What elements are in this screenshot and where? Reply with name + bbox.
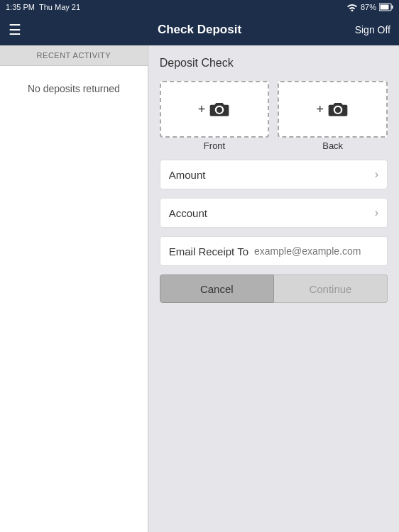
status-bar: 1:35 PM Thu May 21 87% bbox=[0, 0, 399, 14]
left-panel: RECENT ACTIVITY No deposits returned bbox=[0, 45, 148, 532]
email-row: Email Receipt To bbox=[160, 236, 388, 266]
cancel-button[interactable]: Cancel bbox=[160, 275, 274, 303]
deposit-check-title: Deposit Check bbox=[160, 57, 388, 70]
main-layout: RECENT ACTIVITY No deposits returned Dep… bbox=[0, 45, 399, 532]
no-deposits-message: No deposits returned bbox=[0, 66, 148, 532]
amount-row[interactable]: Amount › bbox=[160, 160, 388, 189]
front-plus: + bbox=[198, 102, 206, 117]
hamburger-icon[interactable]: ☰ bbox=[9, 21, 21, 38]
status-bar-left: 1:35 PM Thu May 21 bbox=[6, 3, 80, 11]
back-camera-icon bbox=[327, 99, 349, 119]
front-photo-box: + Front bbox=[160, 81, 270, 151]
battery-icon bbox=[379, 3, 393, 11]
action-button-row: Cancel Continue bbox=[160, 275, 388, 303]
photo-row: + Front + Back bbox=[160, 81, 388, 151]
sign-off-button[interactable]: Sign Off bbox=[355, 24, 390, 35]
wifi-icon bbox=[346, 3, 358, 11]
back-photo-button[interactable]: + bbox=[278, 81, 388, 138]
front-camera-icon bbox=[208, 99, 231, 119]
svg-rect-1 bbox=[392, 6, 393, 9]
amount-chevron-icon: › bbox=[375, 168, 378, 181]
status-time: 1:35 PM bbox=[6, 3, 35, 11]
app-header: ☰ Check Deposit Sign Off bbox=[0, 14, 399, 45]
status-bar-right: 87% bbox=[346, 3, 393, 11]
email-input[interactable] bbox=[254, 245, 378, 257]
status-date: Thu May 21 bbox=[39, 3, 80, 11]
account-chevron-icon: › bbox=[375, 206, 378, 219]
back-plus: + bbox=[316, 102, 324, 117]
front-label: Front bbox=[204, 140, 225, 151]
front-photo-button[interactable]: + bbox=[160, 81, 270, 138]
continue-button[interactable]: Continue bbox=[274, 275, 388, 303]
account-row[interactable]: Account › bbox=[160, 198, 388, 228]
recent-activity-header: RECENT ACTIVITY bbox=[0, 45, 148, 66]
svg-rect-2 bbox=[381, 5, 389, 10]
back-photo-box: + Back bbox=[278, 81, 388, 151]
header-title: Check Deposit bbox=[158, 23, 241, 37]
account-label: Account bbox=[169, 207, 207, 219]
right-panel: Deposit Check + Front + bbox=[148, 45, 399, 532]
back-label: Back bbox=[322, 140, 343, 151]
email-receipt-label: Email Receipt To bbox=[169, 245, 248, 257]
amount-label: Amount bbox=[169, 169, 206, 181]
battery-level: 87% bbox=[361, 3, 376, 11]
